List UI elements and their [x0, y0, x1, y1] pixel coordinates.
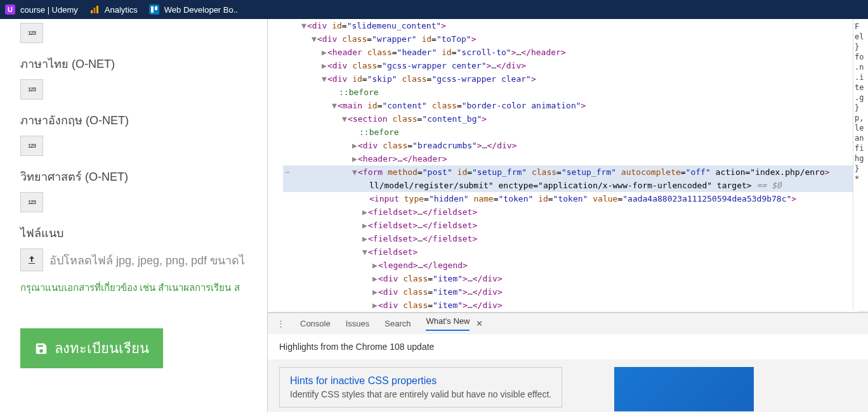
register-button-label: ลงทะเบียนเรียน	[55, 337, 149, 359]
devtools: ▼<div id="slidemenu_content">▼<div class…	[267, 19, 868, 412]
promo-image	[614, 367, 754, 411]
upload-placeholder: อัปโหลดไฟล์ jpg, jpeg, png, pdf ขนาดไ	[49, 251, 245, 269]
bookmark-label: Web Developer Bo..	[164, 5, 238, 15]
number-input-icon[interactable]: 123	[20, 79, 43, 100]
devtools-drawer: ⋮ Console Issues Search What's New ✕ Hig…	[268, 312, 868, 412]
svg-rect-3	[151, 6, 154, 13]
save-icon	[34, 342, 48, 356]
drawer-tabs: ⋮ Console Issues Search What's New ✕	[268, 313, 868, 333]
number-input-icon[interactable]: 123	[20, 136, 43, 156]
bookmark-label: course | Udemy	[20, 5, 78, 15]
card-title: Hints for inactive CSS properties	[290, 375, 551, 387]
bookmark-analytics[interactable]: Analytics	[89, 4, 138, 15]
upload-icon	[27, 255, 37, 265]
register-button[interactable]: ลงทะเบียนเรียน	[20, 328, 163, 368]
whatsnew-headline: Highlights from the Chrome 108 update	[268, 333, 868, 359]
tab-search[interactable]: Search	[385, 319, 411, 328]
analytics-icon	[89, 4, 100, 15]
upload-hint: กรุณาแนบเอกสารที่เกี่ยวข้อง เช่น สำเนาผล…	[20, 280, 267, 295]
tab-console[interactable]: Console	[300, 319, 331, 328]
svg-rect-1	[93, 8, 95, 13]
number-input-icon[interactable]: 123	[20, 192, 43, 212]
bookmark-trello[interactable]: Web Developer Bo..	[149, 4, 238, 15]
svg-rect-4	[155, 6, 157, 10]
styles-pane-edge: Fel}fo.n.ite.g}p,leanfihg}*	[853, 19, 868, 311]
bookmark-udemy[interactable]: U course | Udemy	[5, 4, 78, 15]
tab-whatsnew[interactable]: What's New	[426, 316, 470, 331]
field-label-english: ภาษาอังกฤษ (O-NET)	[20, 111, 267, 129]
bookmark-bar: U course | Udemy Analytics Web Developer…	[0, 0, 868, 19]
trello-icon	[149, 4, 159, 15]
udemy-icon: U	[5, 4, 15, 15]
tab-issues[interactable]: Issues	[346, 319, 370, 328]
whatsnew-card[interactable]: Hints for inactive CSS properties Identi…	[279, 367, 562, 408]
field-label-science: วิทยาศาสตร์ (O-NET)	[20, 167, 267, 186]
elements-panel[interactable]: ▼<div id="slidemenu_content">▼<div class…	[268, 19, 868, 312]
more-icon[interactable]: ⋮	[277, 319, 285, 328]
field-label-thai: ภาษาไทย (O-NET)	[20, 55, 267, 73]
bookmark-label: Analytics	[105, 5, 138, 15]
page-content: 123 ภาษาไทย (O-NET) 123 ภาษาอังกฤษ (O-NE…	[0, 19, 267, 412]
card-body: Identify CSS styles that are entirely va…	[290, 389, 551, 399]
number-input-icon[interactable]: 123	[20, 23, 43, 43]
field-label-attachment: ไฟล์แนบ	[20, 224, 267, 242]
upload-button[interactable]	[20, 248, 43, 271]
close-icon[interactable]: ✕	[476, 319, 483, 328]
svg-rect-2	[96, 6, 98, 13]
svg-rect-0	[91, 10, 93, 13]
